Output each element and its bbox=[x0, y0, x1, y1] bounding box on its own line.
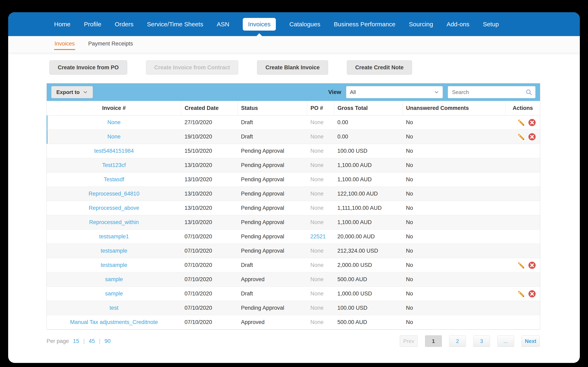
search-input[interactable] bbox=[452, 89, 525, 96]
po-link[interactable]: 22521 bbox=[310, 234, 326, 240]
create-actions-row: Create Invoice from POCreate Invoice fro… bbox=[49, 60, 580, 75]
unanswered-comments-cell: No bbox=[403, 158, 505, 173]
column-header-po[interactable]: PO # bbox=[307, 101, 334, 115]
invoice-link[interactable]: Reprocessed_64810 bbox=[89, 191, 139, 197]
invoice-link[interactable]: testsample bbox=[101, 262, 127, 268]
invoice-link[interactable]: Manual Tax adjustments_Creditnote bbox=[70, 319, 158, 325]
invoice-link[interactable]: testsample1 bbox=[99, 234, 129, 240]
nav-item-catalogues[interactable]: Catalogues bbox=[289, 18, 320, 31]
gross-total-cell: 0.00 bbox=[334, 115, 403, 130]
nav-item-service-time-sheets[interactable]: Service/Time Sheets bbox=[147, 18, 203, 31]
actions-cell bbox=[506, 244, 540, 258]
pagination-page-3[interactable]: 3 bbox=[473, 335, 490, 347]
column-header-gross-total[interactable]: Gross Total bbox=[334, 101, 403, 115]
po-none: None bbox=[310, 305, 324, 311]
invoice-link[interactable]: sample bbox=[105, 276, 123, 282]
chevron-down-icon bbox=[434, 90, 439, 95]
po-none: None bbox=[310, 219, 324, 225]
invoice-link[interactable]: sample bbox=[105, 291, 123, 297]
table-header: Invoice #Created DateStatusPO #Gross Tot… bbox=[47, 101, 540, 115]
po-none: None bbox=[310, 148, 324, 154]
pagination-ellipsis[interactable]: ... bbox=[497, 335, 514, 347]
invoice-link[interactable]: testsample bbox=[101, 248, 127, 254]
po-cell: None bbox=[307, 258, 334, 272]
nav-item-add-ons[interactable]: Add-ons bbox=[447, 18, 469, 31]
edit-pencil-icon[interactable] bbox=[517, 261, 525, 269]
invoice-cell: None bbox=[47, 130, 181, 144]
created-date-cell: 13/10/2020 bbox=[181, 158, 238, 173]
create-invoice-from-po-button[interactable]: Create Invoice from PO bbox=[49, 60, 127, 75]
po-cell: None bbox=[307, 115, 334, 130]
status-cell: Draft bbox=[238, 258, 307, 272]
create-blank-invoice-button[interactable]: Create Blank Invoice bbox=[257, 60, 328, 75]
column-header-created-date[interactable]: Created Date bbox=[181, 101, 238, 115]
per-page-option-45[interactable]: 45 bbox=[89, 338, 95, 344]
status-cell: Pending Approval bbox=[238, 301, 307, 315]
delete-x-icon[interactable] bbox=[528, 118, 536, 127]
subnav-tab-invoices[interactable]: Invoices bbox=[54, 38, 75, 50]
table-row: Reprocessed_above13/10/2020Pending Appro… bbox=[47, 201, 540, 215]
invoice-cell: testsample1 bbox=[47, 230, 181, 244]
delete-x-icon[interactable] bbox=[528, 290, 536, 298]
per-page-option-15[interactable]: 15 bbox=[73, 338, 79, 344]
create-credit-note-button[interactable]: Create Credit Note bbox=[347, 60, 412, 75]
edit-pencil-icon[interactable] bbox=[517, 118, 525, 127]
row-actions bbox=[506, 133, 536, 141]
nav-item-setup[interactable]: Setup bbox=[483, 18, 499, 31]
gross-total-cell: 1,111,100.00 AUD bbox=[334, 201, 403, 215]
status-cell: Draft bbox=[238, 115, 307, 130]
per-page-option-90[interactable]: 90 bbox=[104, 338, 111, 344]
invoice-link[interactable]: test5484151984 bbox=[94, 148, 134, 154]
column-header-actions[interactable]: Actions bbox=[506, 101, 540, 115]
invoice-link[interactable]: Testasdf bbox=[104, 176, 124, 183]
invoice-link[interactable]: test bbox=[110, 305, 119, 311]
unanswered-comments-cell: No bbox=[403, 144, 505, 158]
pagination-next-button[interactable]: Next bbox=[521, 335, 540, 347]
row-actions bbox=[506, 290, 536, 298]
export-to-label: Export to bbox=[56, 89, 80, 95]
gross-total-cell: 212,324.00 USD bbox=[334, 244, 403, 258]
actions-cell bbox=[506, 258, 540, 272]
nav-item-home[interactable]: Home bbox=[54, 18, 70, 31]
gross-total-cell: 0.00 bbox=[334, 130, 403, 144]
search-icon[interactable] bbox=[525, 89, 532, 96]
table-row: testsample07/10/2020DraftNone2,000.00 US… bbox=[47, 258, 540, 272]
invoice-link[interactable]: Test123cf bbox=[102, 162, 126, 168]
created-date-cell: 07/10/2020 bbox=[181, 301, 238, 315]
invoice-link[interactable]: None bbox=[107, 119, 121, 125]
status-cell: Pending Approval bbox=[238, 173, 307, 187]
delete-x-icon[interactable] bbox=[528, 133, 536, 141]
po-cell: None bbox=[307, 173, 334, 187]
invoice-link[interactable]: None bbox=[107, 133, 121, 140]
view-select[interactable]: All bbox=[346, 86, 443, 98]
column-header-invoice[interactable]: Invoice # bbox=[47, 101, 181, 115]
created-date-cell: 07/10/2020 bbox=[181, 272, 238, 287]
unanswered-comments-cell: No bbox=[403, 115, 505, 130]
pagination-page-2[interactable]: 2 bbox=[449, 335, 466, 347]
nav-item-profile[interactable]: Profile bbox=[84, 18, 101, 31]
actions-cell bbox=[506, 230, 540, 244]
column-header-unanswered-comments[interactable]: Unanswered Comments bbox=[403, 101, 505, 115]
nav-item-invoices[interactable]: Invoices bbox=[243, 18, 276, 31]
invoice-link[interactable]: Reprocessed_within bbox=[89, 219, 139, 225]
po-none: None bbox=[310, 319, 324, 325]
table-row: Reprocessed_6481013/10/2020Pending Appro… bbox=[47, 187, 540, 201]
nav-item-business-performance[interactable]: Business Performance bbox=[334, 18, 396, 31]
nav-item-sourcing[interactable]: Sourcing bbox=[409, 18, 433, 31]
table-row: Manual Tax adjustments_Creditnote07/10/2… bbox=[47, 315, 540, 329]
edit-pencil-icon[interactable] bbox=[517, 290, 525, 298]
edit-pencil-icon[interactable] bbox=[517, 133, 525, 141]
subnav-tab-payment-receipts[interactable]: Payment Receipts bbox=[88, 38, 133, 50]
invoice-cell: None bbox=[47, 115, 181, 130]
invoice-cell: test5484151984 bbox=[47, 144, 181, 158]
export-to-button[interactable]: Export to bbox=[51, 86, 93, 98]
column-header-status[interactable]: Status bbox=[238, 101, 307, 115]
actions-cell bbox=[506, 301, 540, 315]
status-cell: Pending Approval bbox=[238, 230, 307, 244]
invoice-cell: Reprocessed_above bbox=[47, 201, 181, 215]
delete-x-icon[interactable] bbox=[528, 261, 536, 269]
nav-item-asn[interactable]: ASN bbox=[217, 18, 229, 31]
selected-row-indicator bbox=[47, 115, 47, 130]
invoice-link[interactable]: Reprocessed_above bbox=[89, 205, 139, 211]
nav-item-orders[interactable]: Orders bbox=[115, 18, 134, 31]
